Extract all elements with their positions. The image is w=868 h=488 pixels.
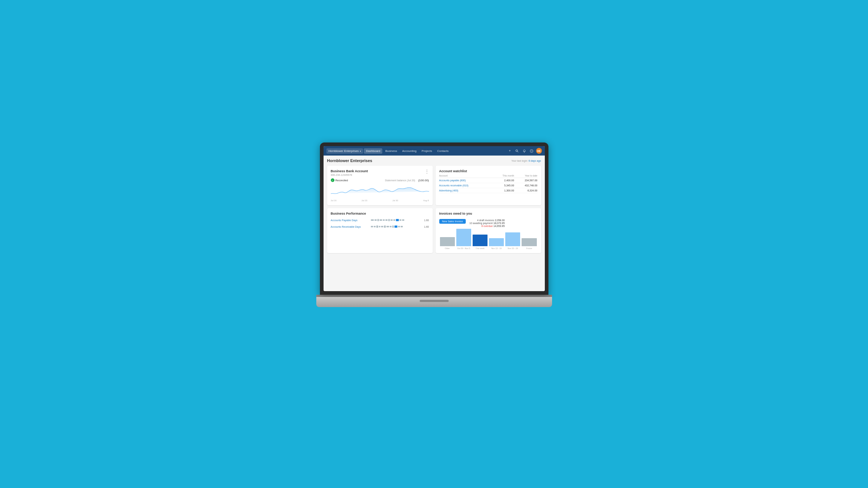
bank-card-subtitle: 306-234-12345678 (331, 174, 368, 176)
svg-rect-6 (371, 219, 374, 221)
performance-title: Business Performance (331, 212, 429, 215)
watchlist-month-3: 1,300.00 (493, 188, 514, 193)
svg-rect-18 (371, 226, 373, 227)
watchlist-col-ytd: Year to date (514, 174, 537, 178)
perf-row-2: Accounts Receivable Days (331, 225, 429, 228)
invoices-header: Invoices owed to you (439, 212, 538, 216)
watchlist-card: Account watchlist Account This month Yea… (436, 166, 541, 205)
invoice-stat-awaiting: 10 awaiting payment 18,073.95 (469, 222, 505, 224)
nav-brand[interactable]: Hornblower Enterprises ▾ (326, 148, 363, 154)
statement-amount: (100.00) (418, 179, 429, 182)
invoices-card: Invoices owed to you New Sales Invoice 4… (436, 208, 541, 253)
watchlist-month-1: 2,400.00 (493, 178, 514, 183)
help-icon[interactable]: ? (529, 148, 535, 154)
nav-item-dashboard[interactable]: Dashboard (364, 148, 382, 154)
svg-rect-8 (377, 219, 379, 221)
bar-older: Older (440, 237, 455, 249)
watchlist-table: Account This month Year to date Accounts… (439, 174, 538, 193)
laptop-base (316, 297, 552, 307)
perf-row-1: Accounts Payable Days (331, 218, 429, 222)
chart-date-1: Jul 16 (331, 199, 337, 202)
svg-point-0 (516, 150, 518, 152)
new-sales-invoice-button[interactable]: New Sales Invoice (439, 219, 466, 224)
svg-rect-28 (398, 226, 400, 227)
add-icon[interactable]: + (507, 148, 513, 154)
svg-rect-27 (394, 226, 397, 228)
bank-card-menu-icon[interactable]: ⋮ (425, 169, 429, 174)
perf-value-2: 1.60 (422, 226, 429, 228)
watchlist-ytd-1: 234,567.00 (514, 178, 537, 183)
nav-item-contacts[interactable]: Contacts (435, 148, 451, 154)
watchlist-col-account: Account (439, 174, 493, 178)
watchlist-col-thismonth: This month (493, 174, 514, 178)
svg-rect-21 (379, 226, 380, 227)
brand-chevron-icon: ▾ (360, 150, 361, 152)
invoices-bar-chart: Older Oct 30 - Nov 5 This week (439, 229, 538, 249)
chart-dates: Jul 16 Jul 23 Jul 30 Aug 8 (331, 199, 429, 202)
invoice-stat-draft: 4 draft invoices 2,058.00 (477, 219, 505, 222)
brand-label: Hornblower Enterprises (329, 149, 359, 153)
search-icon[interactable] (514, 148, 520, 154)
watchlist-month-2: 5,345.00 (493, 183, 514, 188)
nav-item-projects[interactable]: Projects (419, 148, 434, 154)
watchlist-account-2[interactable]: Accounts receivable (610) (439, 184, 469, 187)
chart-date-4: Aug 8 (423, 199, 429, 202)
reconciled-dot-icon: ✓ (331, 178, 334, 182)
nav-item-accounting[interactable]: Accounting (400, 148, 419, 154)
bank-card-header: Business Bank Account 306-234-12345678 ⋮ (331, 169, 429, 178)
svg-rect-19 (374, 226, 375, 227)
watchlist-row-3: Advertising (400) 1,300.00 6,324.00 (439, 188, 538, 193)
bank-card-title: Business Bank Account (331, 169, 368, 173)
bell-icon[interactable] (522, 148, 527, 154)
svg-rect-26 (392, 226, 394, 228)
perf-value-1: 1.60 (422, 219, 429, 222)
watchlist-account-1[interactable]: Accounts payable (800) (439, 179, 466, 182)
app-nav: Hornblower Enterprises ▾ Dashboard Busin… (324, 146, 545, 156)
svg-rect-23 (384, 226, 386, 228)
perf-bar-2 (366, 225, 420, 228)
performance-card: Business Performance Accounts Payable Da… (327, 208, 433, 253)
svg-rect-22 (381, 226, 383, 227)
bar-thisweek: This week (473, 235, 488, 249)
nav-icons: + (507, 148, 542, 154)
dashboard-grid: Business Bank Account 306-234-12345678 ⋮… (327, 166, 541, 253)
screen-content: Hornblower Enterprises ▾ Dashboard Busin… (324, 146, 545, 291)
bar-future: Future (522, 238, 536, 249)
bank-account-card: Business Bank Account 306-234-12345678 ⋮… (327, 166, 433, 205)
reconciled-badge: ✓ Reconciled (331, 178, 348, 182)
statement-label: Statement balance (Jul 20) (385, 179, 415, 182)
bank-mini-chart (331, 183, 429, 198)
watchlist-account-3[interactable]: Advertising (400) (439, 189, 458, 192)
watchlist-title: Account watchlist (439, 169, 538, 173)
svg-rect-16 (399, 219, 401, 221)
perf-label-2[interactable]: Accounts Receivable Days (331, 226, 363, 228)
bar-nov13: Nov 13 - 19 (489, 238, 504, 249)
svg-rect-9 (379, 219, 382, 221)
svg-rect-11 (385, 219, 387, 221)
svg-rect-25 (390, 226, 391, 227)
reconciled-label: Reconciled (336, 179, 348, 182)
invoice-stats: 4 draft invoices 2,058.00 10 awaiting pa… (469, 219, 505, 227)
svg-rect-12 (388, 219, 390, 221)
svg-rect-24 (386, 226, 389, 227)
user-avatar[interactable]: HE (536, 148, 542, 154)
svg-rect-10 (383, 219, 384, 221)
watchlist-row-1: Accounts payable (800) 2,400.00 234,567.… (439, 178, 538, 183)
chart-date-3: Jul 30 (392, 199, 398, 202)
statement-row: ✓ Reconciled Statement balance (Jul 20) … (331, 178, 429, 182)
perf-bar-1 (366, 218, 420, 222)
nav-item-business[interactable]: Business (383, 148, 399, 154)
bar-nov20: Nov 20 - 26 (505, 232, 520, 249)
svg-text:?: ? (531, 150, 532, 152)
chart-date-2: Jul 23 (362, 199, 367, 202)
invoices-title: Invoices owed to you (439, 212, 472, 215)
page-title: Hornblower Enterprises (327, 158, 373, 163)
last-login-link[interactable]: 6 days ago (528, 160, 541, 162)
watchlist-row-2: Accounts receivable (610) 5,345.00 432,7… (439, 183, 538, 188)
svg-rect-20 (376, 226, 378, 228)
watchlist-ytd-2: 432,748.00 (514, 183, 537, 188)
last-login: Your last login: 6 days ago (511, 160, 541, 162)
perf-label-1[interactable]: Accounts Payable Days (331, 219, 363, 222)
svg-rect-14 (393, 219, 395, 221)
svg-rect-17 (402, 219, 404, 221)
